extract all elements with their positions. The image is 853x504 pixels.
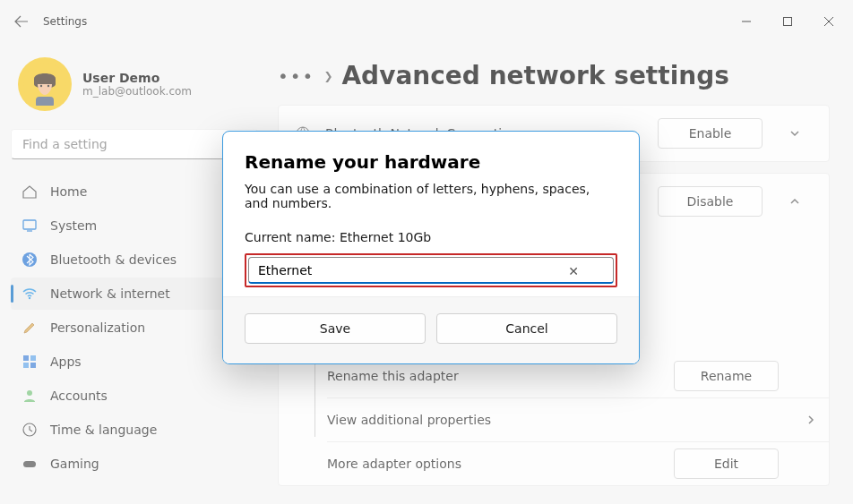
dialog-description: You can use a combination of letters, hy…: [245, 182, 617, 210]
rename-input[interactable]: [248, 257, 614, 284]
save-button[interactable]: Save: [245, 313, 426, 344]
clear-input-icon[interactable]: ✕: [565, 263, 582, 279]
dialog-title: Rename your hardware: [245, 151, 617, 173]
cancel-button[interactable]: Cancel: [436, 313, 617, 344]
rename-dialog: Rename your hardware You can use a combi…: [222, 131, 640, 364]
dialog-current-name: Current name: Ethernet 10Gb: [245, 230, 617, 244]
